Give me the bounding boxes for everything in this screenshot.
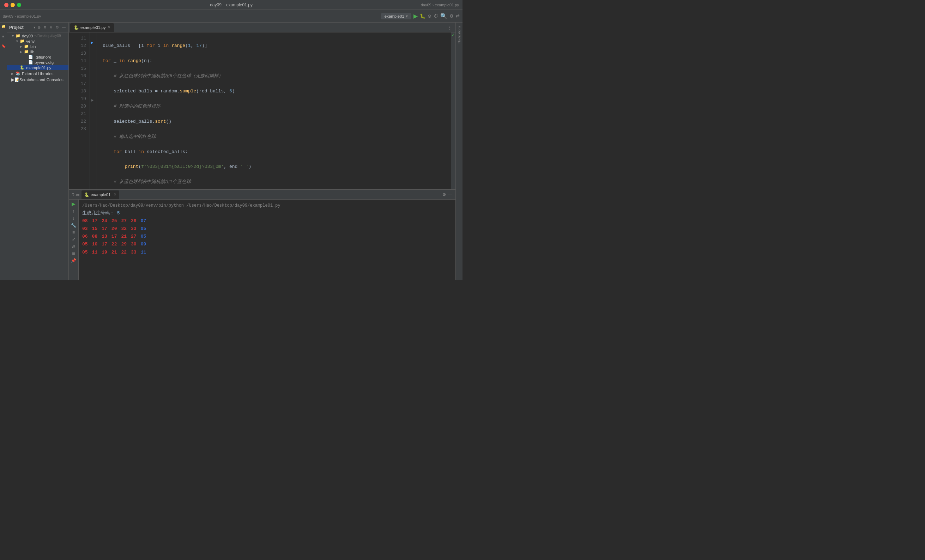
run-scroll-up-icon[interactable]: ↑ [73, 209, 75, 214]
tree-root[interactable]: ▼ 📁 day09 ~/Desktop/day09 [7, 33, 68, 38]
gitignore-icon: 📄 [28, 55, 33, 59]
project-header: Project ▾ ⊕ ⇕ ⇓ ⚙ — [7, 23, 68, 32]
gutter-arrow-12: ▶ [91, 41, 93, 44]
notifications-strip: Notifications [455, 23, 462, 280]
run-panel: Run: 🐍 example01 ✕ ⚙ — ▶ ↑ ↓ 🔧 [69, 189, 455, 280]
main-layout: 📁 ≡ 🔖 Project ▾ ⊕ ⇕ ⇓ ⚙ — ▼ 📁 day09 ~/De… [0, 23, 462, 280]
tree-venv[interactable]: ▼ 📁 venv [7, 38, 68, 44]
tab-more-button[interactable]: ⋮ [446, 25, 454, 30]
project-panel-title: Project [9, 25, 32, 30]
run-pin-icon[interactable]: 📌 [71, 258, 76, 263]
close-panel-icon[interactable]: — [61, 25, 66, 30]
run-tab-close-icon[interactable]: ✕ [114, 193, 116, 196]
project-header-icons: ⊕ ⇕ ⇓ ⚙ — [37, 25, 66, 30]
run-panel-icons: ⚙ — [440, 192, 454, 197]
editor-scrollbar[interactable]: ✓ [451, 32, 455, 189]
project-panel: Project ▾ ⊕ ⇕ ⇓ ⚙ — ▼ 📁 day09 ~/Desktop/… [7, 23, 69, 280]
code-editor[interactable]: blue_balls = [i for i in range(1, 17)] f… [97, 32, 451, 189]
cfg-icon: 📄 [28, 60, 33, 65]
settings-button[interactable]: ⚙ [449, 14, 454, 19]
python-file-icon: 🐍 [20, 65, 25, 70]
run-output: /Users/Hao/Desktop/day09/venv/bin/python… [79, 200, 455, 280]
lib-arrow-icon: ▶ [20, 50, 24, 54]
structure-icon[interactable]: ≡ [3, 35, 5, 38]
ext-lib-icon: 📚 [15, 71, 21, 76]
bin-folder-icon: 📁 [24, 44, 29, 49]
notifications-label: Notifications [458, 26, 461, 44]
bin-arrow-icon: ▶ [20, 45, 24, 48]
run-command-line: /Users/Hao/Desktop/day09/venv/bin/python… [82, 202, 452, 209]
tree-lib[interactable]: ▶ 📁 lib [7, 49, 68, 54]
project-icon[interactable]: 📁 [2, 25, 5, 29]
run-row-5: 05 11 19 21 22 33 11 [82, 248, 452, 256]
window-controls[interactable] [4, 3, 21, 7]
debug-button[interactable]: 🐛 [420, 14, 425, 19]
run-row-4: 05 10 17 22 29 30 09 [82, 241, 452, 248]
gutter-mark-23: ⚑ [91, 99, 94, 102]
scope-icon[interactable]: ⊕ [37, 25, 41, 30]
run-tab-py-icon: 🐍 [84, 192, 89, 197]
profile-button[interactable]: ⏱ [434, 14, 438, 19]
titlebar-right: day09 › example01.py [421, 3, 459, 7]
run-label: Run: [70, 193, 81, 197]
tree-example01[interactable]: 🐍 example01.py [7, 65, 68, 70]
run-sidebar: ▶ ↑ ↓ 🔧 ≡ ⤢ 🖨 🗑 📌 [69, 200, 79, 280]
scratches-icon: 📝 [15, 77, 20, 82]
venv-folder-icon: 📁 [20, 39, 25, 44]
run-content: ▶ ↑ ↓ 🔧 ≡ ⤢ 🖨 🗑 📌 /Users/Hao/Desktop/day… [69, 200, 455, 280]
project-tree: ▼ 📁 day09 ~/Desktop/day09 ▼ 📁 venv ▶ 📁 b… [7, 32, 68, 280]
search-button[interactable]: 🔍 [440, 13, 447, 20]
right-content: 🐍 example01.py ✕ ⋮ 11 12 13 14 15 16 17 … [69, 23, 455, 280]
bookmark-icon[interactable]: 🔖 [2, 44, 6, 48]
tree-gitignore[interactable]: 📄 .gitignore [7, 54, 68, 60]
git-button[interactable]: ⇄ [456, 14, 459, 19]
lib-folder-icon: 📁 [24, 50, 29, 54]
scratches-arrow-icon: ▶ [11, 77, 15, 82]
run-config-selector[interactable]: example01 ▾ [381, 13, 411, 20]
run-wrench-icon[interactable]: 🔧 [71, 223, 76, 228]
left-sidebar-strip: 📁 ≡ 🔖 [0, 23, 7, 280]
expand-all-icon[interactable]: ⇓ [49, 25, 53, 30]
titlebar: day09 – example01.py day09 › example01.p… [0, 0, 462, 10]
venv-arrow-icon: ▼ [15, 39, 20, 43]
root-folder-icon: 📁 [15, 33, 21, 38]
run-settings-icon[interactable]: ⚙ [442, 192, 446, 197]
run-row-2: 03 15 17 20 32 33 05 [82, 225, 452, 233]
run-expand-icon[interactable]: ⤢ [72, 237, 75, 242]
tab-py-icon: 🐍 [74, 25, 79, 30]
ide-toolbar: day09 › example01.py example01 ▾ ▶ 🐛 ⊙ ⏱… [0, 10, 462, 23]
line-numbers: 11 12 13 14 15 16 17 18 19 20 21 22 23 [69, 32, 90, 189]
breadcrumb: day09 › example01.py [421, 3, 459, 7]
collapse-all-icon[interactable]: ⇕ [43, 25, 47, 30]
settings-icon[interactable]: ⚙ [55, 25, 60, 30]
maximize-button[interactable] [17, 3, 21, 7]
checkmark-icon: ✓ [451, 32, 455, 38]
run-output-label: 生成几注号码： 5 [82, 209, 452, 217]
tree-scratches[interactable]: ▶ 📝 Scratches and Consoles [7, 76, 68, 83]
run-play-icon[interactable]: ▶ [72, 201, 75, 207]
window-title: day09 – example01.py [210, 3, 253, 8]
tree-pyvenv[interactable]: 📄 pyvenv.cfg [7, 60, 68, 65]
run-tab-bar: Run: 🐍 example01 ✕ ⚙ — [69, 190, 455, 200]
editor-tab-example01[interactable]: 🐍 example01.py ✕ [70, 23, 114, 32]
minimize-button[interactable] [11, 3, 15, 7]
coverage-button[interactable]: ⊙ [428, 14, 431, 19]
run-output-count: 5 [117, 211, 120, 216]
tree-external-libraries[interactable]: ▶ 📚 External Libraries [7, 71, 68, 76]
run-button[interactable]: ▶ [413, 13, 418, 20]
run-hide-icon[interactable]: — [448, 192, 452, 197]
dropdown-arrow-icon: ▾ [406, 14, 408, 19]
gutter: ▶ ⚑ [90, 32, 97, 189]
tree-bin[interactable]: ▶ 📁 bin [7, 44, 68, 49]
run-tab-example01[interactable]: 🐍 example01 ✕ [81, 190, 119, 199]
ext-lib-arrow-icon: ▶ [11, 72, 15, 75]
editor-area: 11 12 13 14 15 16 17 18 19 20 21 22 23 ▶… [69, 32, 455, 189]
root-arrow-icon: ▼ [11, 34, 15, 38]
run-align-icon[interactable]: ≡ [72, 230, 75, 235]
run-print-icon[interactable]: 🖨 [72, 244, 76, 249]
run-trash-icon[interactable]: 🗑 [72, 251, 76, 256]
project-breadcrumb: day09 › example01.py [3, 14, 41, 18]
tab-close-icon[interactable]: ✕ [108, 26, 110, 29]
close-button[interactable] [4, 3, 9, 7]
run-scroll-down-icon[interactable]: ↓ [73, 216, 75, 221]
